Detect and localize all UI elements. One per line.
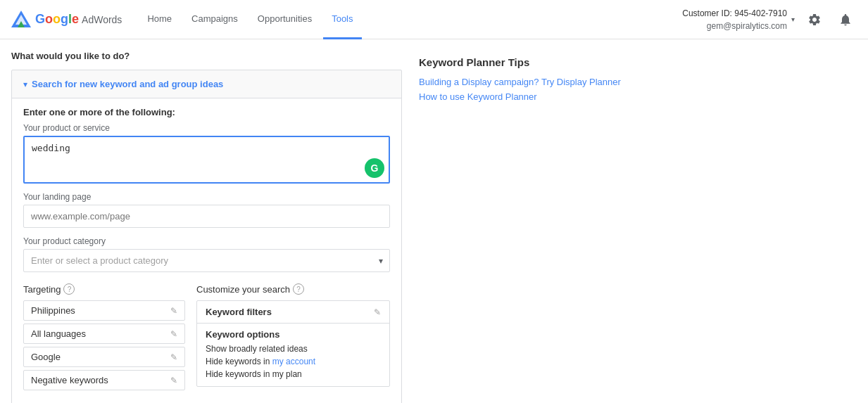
customize-keyword-filters-row: Keyword filters ✎ <box>197 301 389 324</box>
targeting-item-label: Philippines <box>31 305 75 316</box>
customer-dropdown-arrow-icon[interactable]: ▾ <box>791 15 795 23</box>
accordion-search: ▾ Search for new keyword and ad group id… <box>11 70 402 403</box>
page-title: What would you like to do? <box>11 51 402 61</box>
targeting-edit-icon-philippines[interactable]: ✎ <box>170 306 177 316</box>
product-service-label: Your product or service <box>23 123 390 133</box>
keyword-filters-label: Keyword filters <box>206 307 272 317</box>
logo-area: Google AdWords <box>11 11 122 29</box>
keyword-options-title: Keyword options <box>206 329 381 340</box>
landing-page-label: Your landing page <box>23 192 390 202</box>
logo-adwords-text: AdWords <box>82 14 122 25</box>
landing-page-wrapper: Your landing page <box>23 192 390 228</box>
customize-keyword-options: Keyword options Show broadly related ide… <box>197 324 389 386</box>
category-wrapper: Enter or select a product category ▾ <box>23 249 390 272</box>
customize-box: Keyword filters ✎ Keyword options Show b… <box>196 300 390 387</box>
main-content: What would you like to do? ▾ Search for … <box>0 39 868 403</box>
customize-option-2: Hide keywords in my plan <box>206 368 381 380</box>
customize-label: Customize your search <box>196 284 290 295</box>
targeting-item-languages[interactable]: All languages ✎ <box>23 324 185 344</box>
nav-tools[interactable]: Tools <box>323 0 361 39</box>
header: Google AdWords Home Campaigns Opportunit… <box>0 0 868 39</box>
category-select[interactable]: Enter or select a product category <box>23 249 390 272</box>
targeting-item-negative-keywords[interactable]: Negative keywords ✎ <box>23 370 185 390</box>
right-panel: Keyword Planner Tips Building a Display … <box>419 51 857 403</box>
tips-link-how-to-use[interactable]: How to use Keyword Planner <box>419 91 857 102</box>
nav-opportunities[interactable]: Opportunities <box>249 0 320 39</box>
customize-option-1: Hide keywords in my account <box>206 355 381 368</box>
customize-help-icon[interactable]: ? <box>293 283 304 295</box>
main-nav: Home Campaigns Opportunities Tools <box>139 0 682 39</box>
accordion-arrow-icon: ▾ <box>23 79 27 89</box>
settings-icon[interactable] <box>803 8 826 31</box>
bottom-row: Targeting ? Philippines ✎ All languages … <box>23 283 390 393</box>
my-account-link[interactable]: my account <box>272 357 315 366</box>
grammarly-icon: G <box>365 158 384 178</box>
targeting-label: Targeting <box>23 284 61 295</box>
targeting-item-google[interactable]: Google ✎ <box>23 347 185 367</box>
customer-info: Customer ID: 945-402-7910 gem@spiralytic… <box>682 7 787 32</box>
keyword-filters-edit-icon[interactable]: ✎ <box>374 307 381 317</box>
targeting-edit-icon-google[interactable]: ✎ <box>170 352 177 362</box>
targeting-item-label: Google <box>31 352 61 362</box>
targeting-section: Targeting ? Philippines ✎ All languages … <box>23 283 185 393</box>
landing-page-input[interactable] <box>23 205 390 228</box>
targeting-header-row: Targeting ? <box>23 283 185 295</box>
targeting-edit-icon-languages[interactable]: ✎ <box>170 329 177 339</box>
category-label: Your product category <box>23 236 390 246</box>
targeting-edit-icon-negative[interactable]: ✎ <box>170 376 177 385</box>
customer-info-area[interactable]: Customer ID: 945-402-7910 gem@spiralytic… <box>682 7 795 32</box>
logo-google-text: Google <box>35 12 79 27</box>
accordion-section-label: Enter one or more of the following: <box>23 98 390 123</box>
product-service-wrapper: wedding G <box>23 136 390 184</box>
notifications-icon[interactable] <box>834 8 857 31</box>
customize-header-row: Customize your search ? <box>196 283 390 295</box>
accordion-body: Enter one or more of the following: Your… <box>12 98 401 403</box>
targeting-help-icon[interactable]: ? <box>63 283 75 295</box>
targeting-item-label: Negative keywords <box>31 375 108 385</box>
tips-title: Keyword Planner Tips <box>419 56 857 68</box>
customize-section: Customize your search ? Keyword filters … <box>196 283 390 393</box>
tips-link-display-planner[interactable]: Building a Display campaign? Try Display… <box>419 77 857 87</box>
product-service-input[interactable]: wedding <box>23 136 390 184</box>
customize-option-0: Show broadly related ideas <box>206 343 381 355</box>
customer-id: Customer ID: 945-402-7910 <box>682 7 787 20</box>
targeting-item-philippines[interactable]: Philippines ✎ <box>23 300 185 321</box>
customer-email: gem@spiralytics.com <box>682 20 787 32</box>
accordion-header[interactable]: ▾ Search for new keyword and ad group id… <box>12 70 401 98</box>
accordion-title[interactable]: Search for new keyword and ad group idea… <box>32 79 223 89</box>
targeting-item-label: All languages <box>31 328 86 339</box>
nav-campaigns[interactable]: Campaigns <box>183 0 246 39</box>
google-ads-logo-icon <box>11 11 31 29</box>
header-right: Customer ID: 945-402-7910 gem@spiralytic… <box>682 7 857 32</box>
left-panel: What would you like to do? ▾ Search for … <box>11 51 402 403</box>
nav-home[interactable]: Home <box>139 0 180 39</box>
